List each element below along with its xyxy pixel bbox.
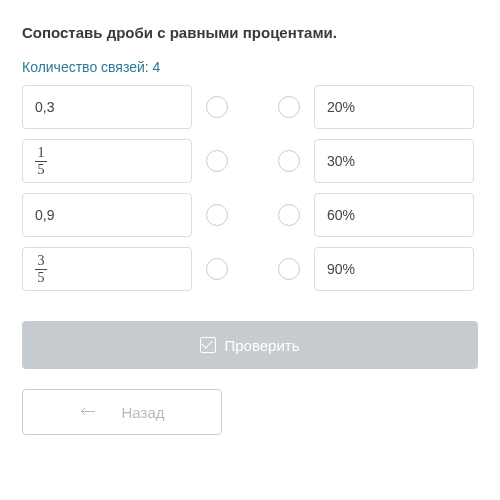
arrow-left-icon: 🡐 — [80, 403, 96, 421]
fraction-denominator: 5 — [35, 269, 47, 285]
right-item-0[interactable]: 20% — [314, 85, 474, 129]
left-item-0[interactable]: 0,3 — [22, 85, 192, 129]
right-value: 20% — [327, 99, 355, 115]
left-item-2[interactable]: 0,9 — [22, 193, 192, 237]
fraction-denominator: 5 — [35, 161, 47, 177]
back-button[interactable]: 🡐 Назад — [22, 389, 222, 435]
fraction-icon: 1 5 — [35, 146, 47, 177]
left-value: 0,9 — [35, 207, 54, 223]
check-button[interactable]: Проверить — [22, 321, 478, 369]
matching-rows: 0,3 20% 1 5 30% 0,9 60% — [22, 85, 478, 291]
left-item-1[interactable]: 1 5 — [22, 139, 192, 183]
fraction-numerator: 1 — [38, 146, 45, 161]
right-item-1[interactable]: 30% — [314, 139, 474, 183]
right-value: 90% — [327, 261, 355, 277]
left-connector-3[interactable] — [206, 258, 228, 280]
back-button-label: Назад — [122, 404, 165, 421]
right-connector-3[interactable] — [278, 258, 300, 280]
right-value: 60% — [327, 207, 355, 223]
left-connector-0[interactable] — [206, 96, 228, 118]
left-connector-2[interactable] — [206, 204, 228, 226]
fraction-numerator: 3 — [38, 254, 45, 269]
right-connector-0[interactable] — [278, 96, 300, 118]
right-value: 30% — [327, 153, 355, 169]
connections-count: Количество связей: 4 — [22, 59, 478, 75]
right-connector-1[interactable] — [278, 150, 300, 172]
match-row: 0,9 60% — [22, 193, 478, 237]
match-row: 3 5 90% — [22, 247, 478, 291]
question-title: Сопоставь дроби с равными процентами. — [22, 24, 478, 41]
check-icon — [200, 337, 216, 353]
left-value: 0,3 — [35, 99, 54, 115]
left-item-3[interactable]: 3 5 — [22, 247, 192, 291]
fraction-icon: 3 5 — [35, 254, 47, 285]
check-button-label: Проверить — [224, 337, 299, 354]
right-item-2[interactable]: 60% — [314, 193, 474, 237]
left-connector-1[interactable] — [206, 150, 228, 172]
right-item-3[interactable]: 90% — [314, 247, 474, 291]
match-row: 1 5 30% — [22, 139, 478, 183]
match-row: 0,3 20% — [22, 85, 478, 129]
right-connector-2[interactable] — [278, 204, 300, 226]
